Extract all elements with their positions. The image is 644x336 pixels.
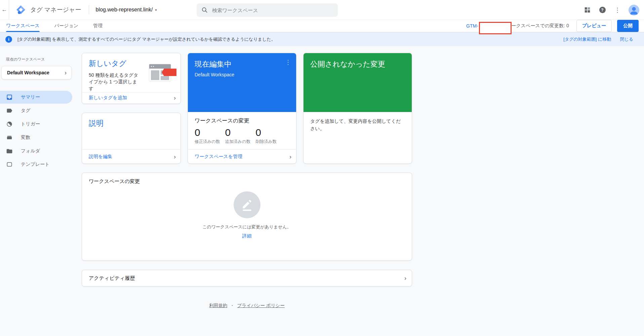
tag-coverage-link[interactable]: [タグの対象範囲] に移動: [563, 36, 611, 42]
search-input[interactable]: [212, 7, 333, 13]
banner-message: [タグの対象範囲] を表示して、測定するすべてのページにタグ マネージャーが設定…: [17, 36, 276, 42]
card-menu-icon[interactable]: ⋮: [284, 59, 292, 66]
sidebar-item-summary[interactable]: サマリー: [0, 91, 72, 104]
unpublished-changes-card: 公開されなかった変更 タグを追加して、変更内容を公開してください。: [303, 53, 412, 164]
content: 現在のワークスペース Default Workspace › サマリー: [0, 46, 644, 309]
chevron-right-icon: ›: [174, 95, 176, 101]
description-title: 説明: [89, 118, 174, 128]
sidebar: 現在のワークスペース Default Workspace › サマリー: [0, 46, 72, 172]
summary-cards: 新しいタグ 50 種類を超えるタグタイプから 1 つ選択します: [82, 53, 412, 164]
container-domain: blog.web-represent.link/: [96, 7, 153, 13]
now-editing-card: 現在編集中 Default Workspace ⋮ ワークスペースの変更 0 修…: [188, 53, 296, 164]
more-menu-icon[interactable]: ⋮: [613, 6, 621, 14]
workspace-changes-title: ワークスペースの変更: [82, 178, 412, 185]
publish-button[interactable]: 公開: [617, 20, 639, 32]
details-link[interactable]: 詳細: [82, 233, 412, 239]
container-selector[interactable]: blog.web-represent.link/ ▾: [96, 7, 157, 13]
unpublished-header: 公開されなかった変更: [304, 53, 412, 112]
privacy-link[interactable]: プライバシー ポリシー: [237, 303, 285, 308]
apps-grid-icon[interactable]: [583, 6, 591, 14]
workspace-changes-card: ワークスペースの変更 このワークスペースには変更がありません。 詳細: [82, 173, 412, 261]
description-card: 説明 説明を編集 ›: [82, 113, 181, 164]
tabs: ワークスペース バージョン 管理: [0, 20, 103, 32]
help-icon[interactable]: ?: [598, 6, 606, 14]
page-footer: 利用規約・プライバシー ポリシー: [82, 303, 412, 309]
add-new-tag-row[interactable]: 新しいタグを追加 ›: [82, 92, 180, 104]
activity-history-title: アクティビティ履歴: [89, 275, 135, 282]
chevron-right-icon: ›: [174, 154, 176, 160]
search-box[interactable]: [197, 3, 338, 17]
edit-pencil-icon: [234, 191, 260, 218]
tab-bar: ワークスペース バージョン 管理 GTM- ワークスペースでの変更数: 0 プレ…: [0, 20, 644, 32]
variables-icon: [6, 134, 13, 141]
stat-added: 0 追加済みの数: [225, 126, 251, 145]
tab-versions[interactable]: バージョン: [54, 20, 78, 32]
trigger-icon: [6, 121, 13, 127]
dropdown-caret-icon: ▾: [155, 8, 157, 12]
info-icon: i: [5, 36, 12, 43]
new-tag-card: 新しいタグ 50 種類を超えるタグタイプから 1 つ選択します: [82, 53, 181, 104]
banner-close-link[interactable]: 閉じる: [620, 36, 633, 42]
banner-left: i [タグの対象範囲] を表示して、測定するすべてのページにタグ マネージャーが…: [5, 36, 276, 43]
workspace-selector[interactable]: Default Workspace ›: [1, 66, 72, 79]
manage-workspace-row[interactable]: ワークスペースを管理 ›: [188, 149, 296, 163]
now-editing-workspace: Default Workspace: [195, 72, 289, 77]
template-icon: [6, 161, 13, 168]
stat-modified: 0 修正済みの数: [195, 126, 220, 145]
new-tag-description: 50 種類を超えるタグタイプから 1 つ選択します: [89, 72, 141, 92]
top-bar: ← タグ マネージャー blog.web-represent.link/ ▾: [0, 0, 644, 20]
sidebar-item-tags[interactable]: タグ: [0, 104, 72, 117]
chevron-right-icon: ›: [65, 70, 67, 76]
sidebar-item-triggers[interactable]: トリガー: [0, 118, 72, 130]
chevron-right-icon: ›: [289, 154, 291, 160]
chevron-right-icon: ›: [404, 275, 406, 281]
sidebar-item-templates[interactable]: テンプレート: [0, 158, 72, 171]
stat-deleted: 0 削除済み数: [255, 126, 277, 145]
workspace-name: Default Workspace: [7, 70, 49, 75]
preview-button[interactable]: プレビュー: [576, 20, 612, 32]
new-tag-illustration: [149, 64, 176, 83]
summary-icon: [6, 94, 13, 101]
app-title: タグ マネージャー: [30, 6, 81, 14]
info-banner: i [タグの対象範囲] を表示して、測定するすべてのページにタグ マネージャーが…: [0, 32, 644, 46]
workspace-change-stats: 0 修正済みの数 0 追加済みの数 0 削除済み数: [188, 124, 296, 145]
back-button[interactable]: ←: [0, 0, 9, 20]
avatar[interactable]: [629, 5, 639, 15]
sidebar-item-variables[interactable]: 変数: [0, 131, 72, 144]
main-panel: 新しいタグ 50 種類を超えるタグタイプから 1 つ選択します: [82, 46, 412, 309]
gtm-logo-icon[interactable]: [16, 5, 26, 14]
terms-link[interactable]: 利用規約: [209, 303, 227, 308]
edit-description-link: 説明を編集: [89, 154, 112, 160]
workspace-change-section-title: ワークスペースの変更: [188, 112, 296, 124]
divider: [89, 5, 89, 14]
redaction-box: [479, 22, 512, 34]
current-workspace-label: 現在のワークスペース: [0, 57, 72, 62]
tag-icon: [6, 107, 13, 114]
container-id-link[interactable]: GTM-: [466, 23, 478, 29]
unpublished-description: タグを追加して、変更内容を公開してください。: [304, 112, 412, 138]
now-editing-header: 現在編集中 Default Workspace ⋮: [188, 53, 296, 112]
no-changes-message: このワークスペースには変更がありません。: [82, 224, 412, 230]
footer-separator: ・: [230, 303, 235, 308]
now-editing-title: 現在編集中: [195, 59, 289, 69]
banner-links: [タグの対象範囲] に移動 閉じる: [563, 36, 633, 42]
manage-workspace-link: ワークスペースを管理: [195, 154, 242, 160]
back-arrow-icon: ←: [2, 6, 7, 13]
add-new-tag-link: 新しいタグを追加: [89, 95, 127, 101]
tabbar-right: GTM- ワークスペースでの変更数: 0 プレビュー 公開: [466, 17, 644, 34]
search-icon: [201, 7, 208, 13]
sidebar-menu: サマリー タグ: [0, 91, 72, 171]
tab-workspace[interactable]: ワークスペース: [6, 20, 40, 32]
gtm-app: ← タグ マネージャー blog.web-represent.link/ ▾: [0, 0, 644, 336]
workspace-changes-count: ワークスペースでの変更数: 0: [507, 23, 569, 29]
edit-description-row[interactable]: 説明を編集 ›: [82, 149, 180, 163]
top-right-icons: ? ⋮: [583, 0, 639, 20]
sidebar-item-folders[interactable]: フォルダ: [0, 145, 72, 157]
red-tag-icon: [162, 69, 176, 76]
folder-icon: [6, 148, 13, 154]
tab-admin[interactable]: 管理: [93, 20, 103, 32]
activity-history-card[interactable]: アクティビティ履歴 ›: [82, 270, 412, 287]
unpublished-title: 公開されなかった変更: [310, 59, 405, 69]
